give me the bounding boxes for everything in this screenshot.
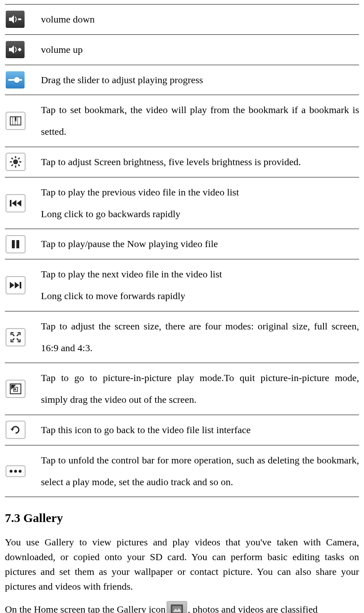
bookmark-icon bbox=[5, 95, 41, 147]
gallery-app-icon bbox=[167, 601, 187, 613]
gallery-homescreen-paragraph: On the Home screen tap the Gallery icon … bbox=[5, 601, 359, 613]
icon-description: Tap to play/pause the Now playing video … bbox=[41, 229, 359, 259]
svg-rect-4 bbox=[19, 48, 20, 51]
svg-point-36 bbox=[10, 470, 13, 473]
next-icon bbox=[5, 259, 41, 311]
table-row: Tap to set bookmark, the video will play… bbox=[5, 95, 359, 147]
section-heading: 7.3 Gallery bbox=[5, 511, 359, 525]
table-row: Tap to go to picture-in-picture play mod… bbox=[5, 363, 359, 415]
table-row: Tap to unfold the control bar for more o… bbox=[5, 445, 359, 497]
svg-marker-0 bbox=[9, 15, 14, 23]
svg-marker-9 bbox=[15, 117, 16, 122]
svg-line-28 bbox=[17, 334, 19, 336]
more-icon bbox=[5, 445, 41, 497]
svg-point-10 bbox=[13, 159, 18, 164]
svg-line-30 bbox=[12, 338, 14, 341]
play-pause-icon bbox=[5, 229, 41, 259]
table-row: Tap this icon to go back to the video fi… bbox=[5, 415, 359, 445]
svg-point-37 bbox=[14, 470, 17, 473]
icon-description: Tap to go to picture-in-picture play mod… bbox=[41, 363, 359, 415]
table-row: Tap to play the previous video file in t… bbox=[5, 177, 359, 229]
svg-line-29 bbox=[17, 338, 19, 341]
svg-line-15 bbox=[11, 158, 13, 159]
brightness-icon bbox=[5, 147, 41, 177]
icon-description: volume down bbox=[41, 5, 359, 35]
para2-pre-text: On the Home screen tap the Gallery icon bbox=[5, 604, 166, 613]
svg-marker-25 bbox=[15, 282, 19, 288]
volume-up-icon bbox=[5, 34, 41, 65]
table-row: Tap to adjust the screen size, there are… bbox=[5, 311, 359, 363]
icon-description: Tap to play the next video file in the v… bbox=[41, 259, 359, 311]
icon-description: Tap to adjust the screen size, there are… bbox=[41, 311, 359, 363]
table-row: volume up bbox=[5, 34, 359, 65]
svg-marker-24 bbox=[10, 282, 14, 288]
svg-rect-19 bbox=[10, 200, 11, 207]
svg-marker-34 bbox=[14, 388, 17, 391]
table-row: volume down bbox=[5, 5, 359, 35]
svg-rect-22 bbox=[12, 240, 15, 248]
table-row: Tap to adjust Screen brightness, five le… bbox=[5, 147, 359, 177]
icon-description: Tap this icon to go back to the video fi… bbox=[41, 415, 359, 445]
svg-marker-20 bbox=[12, 200, 16, 207]
svg-rect-1 bbox=[18, 18, 21, 20]
icon-description: Tap to set bookmark, the video will play… bbox=[41, 95, 359, 147]
svg-marker-2 bbox=[9, 45, 14, 54]
svg-line-27 bbox=[12, 334, 14, 336]
volume-down-icon bbox=[5, 5, 41, 35]
pip-icon bbox=[5, 363, 41, 415]
svg-rect-23 bbox=[16, 240, 19, 248]
svg-line-18 bbox=[18, 158, 20, 159]
video-controls-table: volume downvolume upDrag the slider to a… bbox=[5, 4, 359, 497]
back-icon bbox=[5, 415, 41, 445]
svg-marker-21 bbox=[17, 200, 21, 207]
icon-description: Drag the slider to adjust playing progre… bbox=[41, 65, 359, 95]
svg-marker-35 bbox=[11, 429, 14, 431]
svg-point-38 bbox=[19, 470, 22, 473]
gallery-intro-paragraph: You use Gallery to view pictures and pla… bbox=[5, 535, 359, 594]
svg-line-16 bbox=[18, 165, 20, 166]
icon-description: Tap to unfold the control bar for more o… bbox=[41, 445, 359, 497]
previous-icon bbox=[5, 177, 41, 229]
svg-rect-26 bbox=[20, 282, 21, 288]
icon-description: Tap to play the previous video file in t… bbox=[41, 177, 359, 229]
table-row: Tap to play/pause the Now playing video … bbox=[5, 229, 359, 259]
screen-size-icon bbox=[5, 311, 41, 363]
table-row: Drag the slider to adjust playing progre… bbox=[5, 65, 359, 95]
icon-description: Tap to adjust Screen brightness, five le… bbox=[41, 147, 359, 177]
icon-description: volume up bbox=[41, 34, 359, 65]
svg-line-17 bbox=[11, 165, 13, 166]
progress-slider-icon bbox=[5, 65, 41, 95]
table-row: Tap to play the next video file in the v… bbox=[5, 259, 359, 311]
